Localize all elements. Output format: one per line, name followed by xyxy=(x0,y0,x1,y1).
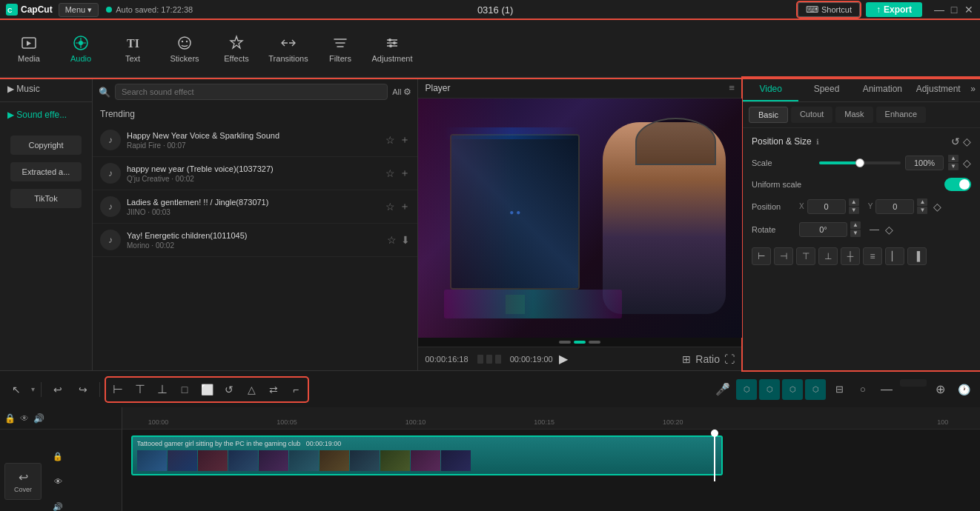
split-left-button[interactable]: ⊢ xyxy=(107,379,128,400)
timeline-playhead[interactable] xyxy=(714,430,715,481)
rotate-down-button[interactable]: ▼ xyxy=(850,230,861,237)
scale-value[interactable]: 100% xyxy=(905,156,944,170)
add-button-3[interactable]: ＋ xyxy=(400,200,410,213)
sidebar-item-music[interactable]: ▶ Music xyxy=(0,78,92,100)
subtab-mask[interactable]: Mask xyxy=(835,107,873,123)
add-button-2[interactable]: ＋ xyxy=(400,167,410,180)
teal-btn-2[interactable]: ⬡ xyxy=(759,379,780,400)
eye-track-button[interactable]: 👁 xyxy=(47,471,68,492)
shortcut-button[interactable]: ⌨ Shortcut xyxy=(798,2,860,17)
cover-button[interactable]: ↩ Cover xyxy=(4,463,42,500)
x-value[interactable]: 0 xyxy=(807,199,846,214)
toolbar-transitions[interactable]: Transitions xyxy=(262,22,314,76)
scale-diamond-button[interactable]: ◇ xyxy=(963,157,971,169)
black-button[interactable] xyxy=(900,379,927,387)
scale-thumb[interactable] xyxy=(855,158,864,167)
align-dist-h-button[interactable]: ▏ xyxy=(885,247,904,265)
toolbar-media[interactable]: Media xyxy=(3,22,55,76)
add-track-button[interactable]: ○ xyxy=(852,379,873,400)
scale-up-button[interactable]: ▲ xyxy=(948,155,959,162)
align-center-v-button[interactable]: ┼ xyxy=(841,247,860,265)
subtab-cutout[interactable]: Cutout xyxy=(791,107,832,123)
toolbar-text[interactable]: TI Text xyxy=(107,22,159,76)
search-input[interactable] xyxy=(115,84,388,100)
align-left-button[interactable]: ⊢ xyxy=(752,247,771,265)
add-button[interactable]: ⊕ xyxy=(930,379,950,400)
clock-button[interactable]: 🕐 xyxy=(953,379,974,400)
sidebar-tiktok-btn[interactable]: TikTok xyxy=(10,189,82,208)
y-up-button[interactable]: ▲ xyxy=(917,198,927,206)
subtab-basic[interactable]: Basic xyxy=(749,107,788,123)
triangle-button[interactable]: △ xyxy=(241,379,262,400)
sidebar-extracted-btn[interactable]: Extracted a... xyxy=(10,162,82,181)
undo-button[interactable]: ↩ xyxy=(47,379,68,400)
lock-track-button[interactable]: 🔒 xyxy=(47,446,68,467)
favorite-button-4[interactable]: ☆ xyxy=(387,234,397,246)
sound-item-1[interactable]: ♪ Happy New Year Voice & Sparkling Sound… xyxy=(93,124,417,157)
align-right-button[interactable]: ⊤ xyxy=(796,247,815,265)
close-button[interactable]: ✕ xyxy=(964,4,974,15)
download-button-4[interactable]: ⬇ xyxy=(401,234,410,246)
teal-btn-3[interactable]: ⬡ xyxy=(782,379,803,400)
maximize-button[interactable]: □ xyxy=(949,4,959,15)
align-bottom-button[interactable]: ≡ xyxy=(863,247,882,265)
tab-video[interactable]: Video xyxy=(743,78,798,101)
minus-button[interactable]: — xyxy=(876,379,897,400)
filmstrip-button[interactable]: ⬜ xyxy=(196,379,217,400)
split-track-button[interactable]: ⊟ xyxy=(829,379,850,400)
ratio-button[interactable]: Ratio xyxy=(695,353,720,365)
y-down-button[interactable]: ▼ xyxy=(917,207,927,214)
y-value[interactable]: 0 xyxy=(875,199,914,214)
export-button[interactable]: ↑ Export xyxy=(866,2,922,17)
all-filter-button[interactable]: All ⚙ xyxy=(392,87,411,97)
rotate-value[interactable]: 0° xyxy=(799,222,847,237)
tab-adjustment[interactable]: Adjustment xyxy=(910,78,966,101)
split-mid-button[interactable]: ⊤ xyxy=(130,379,150,400)
cursor-button[interactable]: ↖ xyxy=(6,379,27,400)
subtab-enhance[interactable]: Enhance xyxy=(876,107,926,123)
x-down-button[interactable]: ▼ xyxy=(849,207,859,214)
toolbar-adjustment[interactable]: Adjustment xyxy=(366,22,418,76)
align-center-h-button[interactable]: ⊣ xyxy=(774,247,793,265)
minimize-button[interactable]: — xyxy=(934,4,944,15)
diamond-position-button[interactable]: ◇ xyxy=(963,136,971,147)
teal-btn-1[interactable]: ⬡ xyxy=(736,379,757,400)
fullscreen-button[interactable]: ⛶ xyxy=(724,353,735,365)
video-clip[interactable]: Tattooed gamer girl sitting by the PC in… xyxy=(131,435,723,475)
screenshot-button[interactable]: ⊞ xyxy=(682,353,691,365)
toolbar-stickers[interactable]: Stickers xyxy=(159,22,211,76)
menu-button[interactable]: Menu ▾ xyxy=(59,3,99,17)
toolbar-filters[interactable]: Filters xyxy=(314,22,366,76)
rotate-up-button[interactable]: ▲ xyxy=(850,221,861,229)
trim-button[interactable]: ⌐ xyxy=(285,379,306,400)
position-diamond-button[interactable]: ◇ xyxy=(933,201,941,213)
crop-button[interactable]: □ xyxy=(174,379,195,400)
align-top-button[interactable]: ⊥ xyxy=(818,247,838,265)
mic-button[interactable]: 🎤 xyxy=(712,379,733,400)
teal-btn-4[interactable]: ⬡ xyxy=(805,379,826,400)
split-right-button[interactable]: ⊥ xyxy=(152,379,173,400)
scale-down-button[interactable]: ▼ xyxy=(948,163,959,170)
sound-item-2[interactable]: ♪ happy new year (Treble voice)(1037327)… xyxy=(93,157,417,190)
tab-animation[interactable]: Animation xyxy=(855,78,910,101)
audio-track-button[interactable]: 🔊 xyxy=(47,496,68,511)
loop-button[interactable]: ↺ xyxy=(219,379,239,400)
play-button[interactable]: ▶ xyxy=(559,352,568,366)
favorite-button-1[interactable]: ☆ xyxy=(385,134,395,146)
favorite-button-2[interactable]: ☆ xyxy=(385,167,395,179)
align-dist-v-button[interactable]: ▐ xyxy=(907,247,927,265)
sound-item-4[interactable]: ♪ Yay! Energetic children(1011045) Morin… xyxy=(93,224,417,257)
favorite-button-3[interactable]: ☆ xyxy=(385,201,395,213)
uniform-scale-toggle[interactable] xyxy=(944,178,971,191)
sound-item-3[interactable]: ♪ Ladies & gentlemen! !! / Jingle(873071… xyxy=(93,190,417,224)
x-up-button[interactable]: ▲ xyxy=(849,198,859,206)
add-button-1[interactable]: ＋ xyxy=(400,133,410,147)
rotate-diamond-button[interactable]: ◇ xyxy=(885,224,893,236)
reset-position-button[interactable]: ↺ xyxy=(951,136,960,147)
swap-button[interactable]: ⇄ xyxy=(263,379,284,400)
player-menu-button[interactable]: ≡ xyxy=(729,82,735,93)
toolbar-effects[interactable]: Effects xyxy=(211,22,262,76)
toolbar-audio[interactable]: Audio xyxy=(55,22,107,76)
redo-button[interactable]: ↪ xyxy=(73,379,93,400)
tab-more-button[interactable]: » xyxy=(966,78,980,101)
